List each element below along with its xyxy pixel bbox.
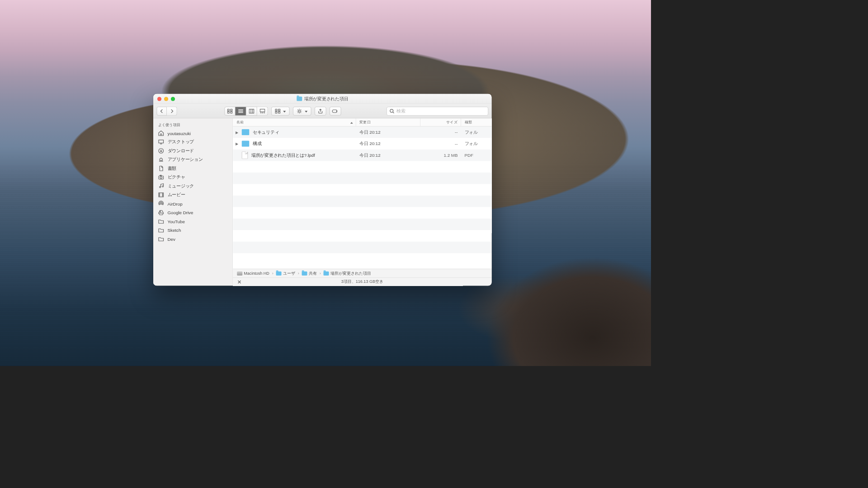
sync-icon	[236, 279, 243, 285]
sidebar-item-2[interactable]: ダウンロード	[153, 146, 233, 155]
sidebar-item-label: アプリケーション	[168, 157, 203, 163]
sidebar: よく使う項目 youtasuzukiデスクトップダウンロードアプリケーション書類…	[153, 118, 233, 286]
folder-icon	[302, 272, 307, 276]
sidebar-item-label: AirDrop	[168, 201, 183, 206]
file-date: 今日 20:12	[356, 141, 421, 147]
sidebar-item-7[interactable]: ムービー	[153, 191, 233, 200]
sort-ascending-icon	[350, 120, 353, 124]
apps-icon	[158, 157, 165, 163]
sidebar-item-label: 書類	[168, 165, 177, 172]
sidebar-item-label: ピクチャ	[168, 174, 185, 181]
view-gallery-button[interactable]	[257, 107, 268, 116]
doc-icon	[158, 165, 165, 172]
list-icon	[238, 108, 243, 113]
svg-rect-0	[227, 109, 229, 111]
sidebar-item-5[interactable]: ピクチャ	[153, 173, 233, 182]
search-input[interactable]	[396, 108, 486, 113]
file-row[interactable]: ▶構成今日 20:12--フォル	[233, 138, 491, 150]
minimize-button[interactable]	[164, 97, 168, 101]
titlebar[interactable]: 場所が変更された項目	[153, 94, 492, 104]
sidebar-item-11[interactable]: Sketch	[153, 226, 233, 235]
view-list-button[interactable]	[236, 107, 246, 116]
close-button[interactable]	[157, 97, 161, 101]
group-button[interactable]	[271, 107, 290, 116]
file-kind: PDF	[461, 153, 492, 158]
group-icon	[275, 108, 280, 113]
col-size[interactable]: サイズ	[420, 118, 461, 126]
view-icons-button[interactable]	[225, 107, 236, 116]
sidebar-item-9[interactable]: Google Drive	[153, 208, 233, 217]
file-kind: フォル	[461, 141, 492, 147]
sidebar-item-1[interactable]: デスクトップ	[153, 138, 233, 147]
file-row[interactable]: ▶セキュリティ今日 20:12--フォル	[233, 127, 491, 138]
file-list-panel: 名前 変更日 サイズ 種類 ▶セキュリティ今日 20:12--フォル▶構成今日 …	[233, 118, 491, 286]
svg-rect-1	[231, 109, 232, 111]
camera-icon	[158, 174, 165, 181]
toolbar	[153, 104, 492, 118]
search-field[interactable]	[387, 107, 488, 116]
sidebar-item-label: ムービー	[168, 192, 185, 198]
music-icon	[158, 183, 165, 189]
file-size: 1.2 MB	[420, 153, 461, 158]
file-row[interactable]: ▶場所が変更された項目とは?.lpdf今日 20:121.2 MBPDF	[233, 150, 491, 161]
chevron-down-icon	[283, 108, 286, 113]
file-date: 今日 20:12	[356, 152, 421, 159]
col-kind[interactable]: 種類	[461, 118, 492, 126]
path-segment[interactable]: ユーザ	[276, 271, 295, 277]
view-columns-button[interactable]	[246, 107, 257, 116]
sidebar-item-4[interactable]: 書類	[153, 164, 233, 173]
sidebar-item-3[interactable]: アプリケーション	[153, 155, 233, 164]
sidebar-item-0[interactable]: youtasuzuki	[153, 129, 233, 138]
chevron-down-icon	[304, 108, 308, 113]
tags-button[interactable]	[330, 107, 341, 116]
folder-icon	[276, 272, 282, 276]
sidebar-item-6[interactable]: ミュージック	[153, 182, 233, 191]
status-bar: 3項目、116.13 GB空き	[233, 277, 491, 286]
path-segment[interactable]: 共有	[302, 271, 317, 277]
path-bar[interactable]: Macintosh HD›ユーザ›共有›場所が変更された項目	[233, 269, 491, 278]
gallery-icon	[259, 108, 265, 113]
folder-icon	[158, 227, 165, 234]
file-name: セキュリティ	[253, 129, 279, 136]
grid-icon	[227, 108, 233, 113]
action-button[interactable]	[293, 107, 311, 116]
file-size: --	[420, 141, 461, 146]
svg-rect-12	[278, 111, 280, 113]
sidebar-item-label: ミュージック	[168, 183, 194, 189]
svg-point-13	[298, 110, 301, 112]
col-date[interactable]: 変更日	[356, 118, 421, 126]
path-segment[interactable]: 場所が変更された項目	[324, 271, 371, 277]
sidebar-item-12[interactable]: Dev	[153, 235, 233, 244]
svg-rect-9	[275, 109, 277, 111]
svg-rect-4	[249, 109, 254, 113]
file-date: 今日 20:12	[356, 129, 421, 136]
column-headers: 名前 変更日 サイズ 種類	[233, 118, 491, 127]
svg-point-16	[390, 109, 393, 113]
share-button[interactable]	[315, 107, 326, 116]
folder-icon	[297, 97, 302, 101]
disclosure-triangle[interactable]: ▶	[235, 130, 239, 134]
path-segment[interactable]: Macintosh HD	[237, 271, 269, 276]
folder-icon	[242, 129, 250, 136]
zoom-button[interactable]	[171, 97, 175, 101]
sidebar-item-label: デスクトップ	[168, 139, 194, 145]
sidebar-item-label: Google Drive	[168, 210, 193, 215]
folder-icon	[158, 218, 165, 225]
svg-rect-11	[275, 111, 277, 113]
svg-rect-3	[231, 111, 232, 113]
col-name[interactable]: 名前	[233, 118, 356, 126]
back-button[interactable]	[157, 107, 167, 116]
sidebar-item-10[interactable]: YouTube	[153, 217, 233, 226]
finder-window: 場所が変更された項目	[153, 94, 492, 286]
sidebar-item-label: youtasuzuki	[168, 131, 191, 136]
folder-icon	[242, 141, 250, 147]
gdrive-icon	[158, 210, 165, 216]
view-switcher	[225, 107, 268, 116]
sidebar-section-header: よく使う項目	[153, 120, 233, 129]
share-icon	[318, 108, 323, 114]
document-icon	[242, 151, 248, 159]
sidebar-item-8[interactable]: AirDrop	[153, 199, 233, 208]
movie-icon	[158, 192, 165, 198]
forward-button[interactable]	[167, 107, 177, 116]
disclosure-triangle[interactable]: ▶	[235, 142, 239, 145]
